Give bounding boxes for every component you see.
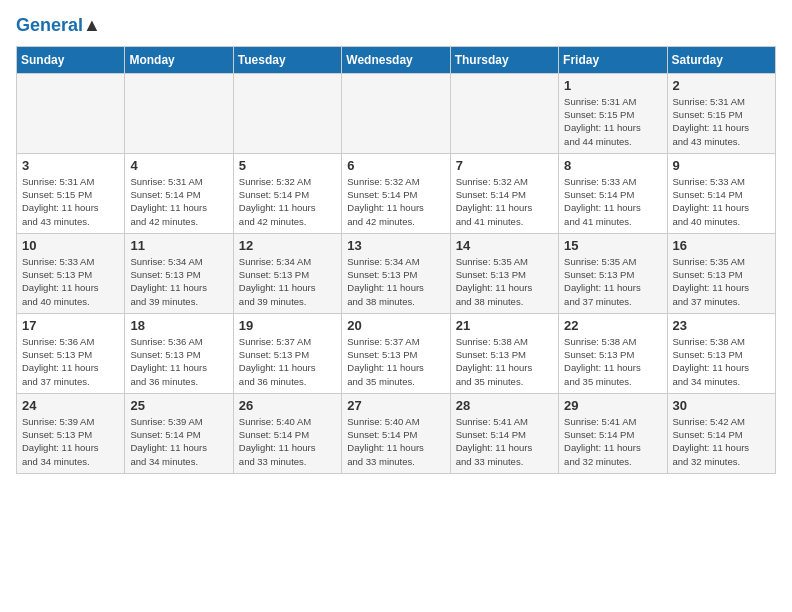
calendar-week-4: 17Sunrise: 5:36 AM Sunset: 5:13 PM Dayli… [17, 313, 776, 393]
day-info: Sunrise: 5:32 AM Sunset: 5:14 PM Dayligh… [239, 175, 336, 228]
day-info: Sunrise: 5:38 AM Sunset: 5:13 PM Dayligh… [673, 335, 770, 388]
day-number: 16 [673, 238, 770, 253]
calendar-cell: 9Sunrise: 5:33 AM Sunset: 5:14 PM Daylig… [667, 153, 775, 233]
calendar-cell: 22Sunrise: 5:38 AM Sunset: 5:13 PM Dayli… [559, 313, 667, 393]
calendar-week-3: 10Sunrise: 5:33 AM Sunset: 5:13 PM Dayli… [17, 233, 776, 313]
day-header-thursday: Thursday [450, 46, 558, 73]
day-header-wednesday: Wednesday [342, 46, 450, 73]
calendar-cell: 23Sunrise: 5:38 AM Sunset: 5:13 PM Dayli… [667, 313, 775, 393]
day-info: Sunrise: 5:31 AM Sunset: 5:15 PM Dayligh… [673, 95, 770, 148]
day-number: 7 [456, 158, 553, 173]
day-info: Sunrise: 5:41 AM Sunset: 5:14 PM Dayligh… [456, 415, 553, 468]
day-info: Sunrise: 5:32 AM Sunset: 5:14 PM Dayligh… [456, 175, 553, 228]
day-number: 11 [130, 238, 227, 253]
day-number: 5 [239, 158, 336, 173]
calendar-cell: 7Sunrise: 5:32 AM Sunset: 5:14 PM Daylig… [450, 153, 558, 233]
day-number: 23 [673, 318, 770, 333]
day-info: Sunrise: 5:33 AM Sunset: 5:13 PM Dayligh… [22, 255, 119, 308]
calendar-cell: 10Sunrise: 5:33 AM Sunset: 5:13 PM Dayli… [17, 233, 125, 313]
calendar-cell: 6Sunrise: 5:32 AM Sunset: 5:14 PM Daylig… [342, 153, 450, 233]
calendar-cell: 12Sunrise: 5:34 AM Sunset: 5:13 PM Dayli… [233, 233, 341, 313]
day-header-tuesday: Tuesday [233, 46, 341, 73]
day-info: Sunrise: 5:40 AM Sunset: 5:14 PM Dayligh… [347, 415, 444, 468]
day-info: Sunrise: 5:31 AM Sunset: 5:14 PM Dayligh… [130, 175, 227, 228]
day-number: 27 [347, 398, 444, 413]
calendar-cell: 27Sunrise: 5:40 AM Sunset: 5:14 PM Dayli… [342, 393, 450, 473]
calendar-cell [17, 73, 125, 153]
day-info: Sunrise: 5:40 AM Sunset: 5:14 PM Dayligh… [239, 415, 336, 468]
day-info: Sunrise: 5:38 AM Sunset: 5:13 PM Dayligh… [564, 335, 661, 388]
calendar-cell: 24Sunrise: 5:39 AM Sunset: 5:13 PM Dayli… [17, 393, 125, 473]
logo: General▲ [16, 16, 101, 36]
day-number: 21 [456, 318, 553, 333]
day-number: 9 [673, 158, 770, 173]
day-info: Sunrise: 5:34 AM Sunset: 5:13 PM Dayligh… [239, 255, 336, 308]
day-header-sunday: Sunday [17, 46, 125, 73]
calendar-cell: 19Sunrise: 5:37 AM Sunset: 5:13 PM Dayli… [233, 313, 341, 393]
day-number: 19 [239, 318, 336, 333]
calendar-cell: 17Sunrise: 5:36 AM Sunset: 5:13 PM Dayli… [17, 313, 125, 393]
day-info: Sunrise: 5:32 AM Sunset: 5:14 PM Dayligh… [347, 175, 444, 228]
day-number: 29 [564, 398, 661, 413]
day-number: 1 [564, 78, 661, 93]
calendar-cell [342, 73, 450, 153]
day-header-friday: Friday [559, 46, 667, 73]
day-info: Sunrise: 5:38 AM Sunset: 5:13 PM Dayligh… [456, 335, 553, 388]
calendar-cell: 11Sunrise: 5:34 AM Sunset: 5:13 PM Dayli… [125, 233, 233, 313]
day-number: 15 [564, 238, 661, 253]
calendar-table: SundayMondayTuesdayWednesdayThursdayFrid… [16, 46, 776, 474]
calendar-cell: 8Sunrise: 5:33 AM Sunset: 5:14 PM Daylig… [559, 153, 667, 233]
day-number: 28 [456, 398, 553, 413]
logo-general: General [16, 15, 83, 35]
day-info: Sunrise: 5:33 AM Sunset: 5:14 PM Dayligh… [564, 175, 661, 228]
day-number: 12 [239, 238, 336, 253]
page-header: General▲ [16, 16, 776, 36]
day-info: Sunrise: 5:36 AM Sunset: 5:13 PM Dayligh… [22, 335, 119, 388]
calendar-cell: 3Sunrise: 5:31 AM Sunset: 5:15 PM Daylig… [17, 153, 125, 233]
day-number: 3 [22, 158, 119, 173]
calendar-cell: 2Sunrise: 5:31 AM Sunset: 5:15 PM Daylig… [667, 73, 775, 153]
logo-top: General▲ [16, 16, 101, 36]
day-number: 2 [673, 78, 770, 93]
day-info: Sunrise: 5:41 AM Sunset: 5:14 PM Dayligh… [564, 415, 661, 468]
calendar-week-2: 3Sunrise: 5:31 AM Sunset: 5:15 PM Daylig… [17, 153, 776, 233]
calendar-cell: 29Sunrise: 5:41 AM Sunset: 5:14 PM Dayli… [559, 393, 667, 473]
calendar-cell [233, 73, 341, 153]
day-number: 14 [456, 238, 553, 253]
day-info: Sunrise: 5:39 AM Sunset: 5:14 PM Dayligh… [130, 415, 227, 468]
day-info: Sunrise: 5:37 AM Sunset: 5:13 PM Dayligh… [347, 335, 444, 388]
calendar-cell: 15Sunrise: 5:35 AM Sunset: 5:13 PM Dayli… [559, 233, 667, 313]
day-info: Sunrise: 5:31 AM Sunset: 5:15 PM Dayligh… [22, 175, 119, 228]
calendar-cell: 16Sunrise: 5:35 AM Sunset: 5:13 PM Dayli… [667, 233, 775, 313]
calendar-week-1: 1Sunrise: 5:31 AM Sunset: 5:15 PM Daylig… [17, 73, 776, 153]
calendar-cell [125, 73, 233, 153]
day-info: Sunrise: 5:31 AM Sunset: 5:15 PM Dayligh… [564, 95, 661, 148]
day-number: 30 [673, 398, 770, 413]
day-number: 10 [22, 238, 119, 253]
day-number: 13 [347, 238, 444, 253]
day-number: 20 [347, 318, 444, 333]
day-header-saturday: Saturday [667, 46, 775, 73]
calendar-cell: 14Sunrise: 5:35 AM Sunset: 5:13 PM Dayli… [450, 233, 558, 313]
day-number: 6 [347, 158, 444, 173]
calendar-cell: 28Sunrise: 5:41 AM Sunset: 5:14 PM Dayli… [450, 393, 558, 473]
day-info: Sunrise: 5:42 AM Sunset: 5:14 PM Dayligh… [673, 415, 770, 468]
day-info: Sunrise: 5:35 AM Sunset: 5:13 PM Dayligh… [564, 255, 661, 308]
calendar-cell: 25Sunrise: 5:39 AM Sunset: 5:14 PM Dayli… [125, 393, 233, 473]
day-header-monday: Monday [125, 46, 233, 73]
calendar-cell [450, 73, 558, 153]
day-info: Sunrise: 5:36 AM Sunset: 5:13 PM Dayligh… [130, 335, 227, 388]
day-info: Sunrise: 5:35 AM Sunset: 5:13 PM Dayligh… [456, 255, 553, 308]
calendar-cell: 30Sunrise: 5:42 AM Sunset: 5:14 PM Dayli… [667, 393, 775, 473]
calendar-cell: 1Sunrise: 5:31 AM Sunset: 5:15 PM Daylig… [559, 73, 667, 153]
day-number: 4 [130, 158, 227, 173]
day-info: Sunrise: 5:34 AM Sunset: 5:13 PM Dayligh… [130, 255, 227, 308]
calendar-cell: 4Sunrise: 5:31 AM Sunset: 5:14 PM Daylig… [125, 153, 233, 233]
calendar-cell: 21Sunrise: 5:38 AM Sunset: 5:13 PM Dayli… [450, 313, 558, 393]
calendar-header-row: SundayMondayTuesdayWednesdayThursdayFrid… [17, 46, 776, 73]
day-info: Sunrise: 5:33 AM Sunset: 5:14 PM Dayligh… [673, 175, 770, 228]
calendar-cell: 13Sunrise: 5:34 AM Sunset: 5:13 PM Dayli… [342, 233, 450, 313]
calendar-cell: 18Sunrise: 5:36 AM Sunset: 5:13 PM Dayli… [125, 313, 233, 393]
day-info: Sunrise: 5:35 AM Sunset: 5:13 PM Dayligh… [673, 255, 770, 308]
calendar-week-5: 24Sunrise: 5:39 AM Sunset: 5:13 PM Dayli… [17, 393, 776, 473]
